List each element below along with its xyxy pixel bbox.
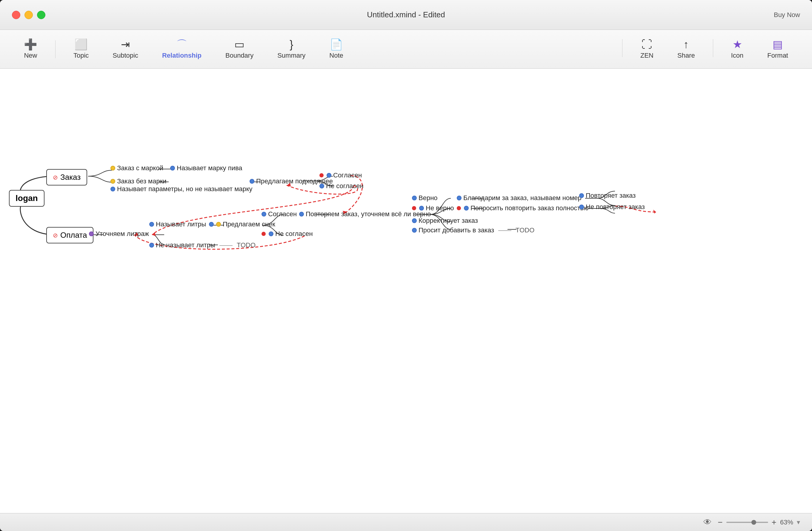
relationship-label: Relationship: [162, 52, 202, 59]
nazyvaet-parametry-node[interactable]: Называет параметры, но не называет марку: [111, 185, 252, 193]
zakaz-node[interactable]: ⊘ Заказ: [46, 169, 87, 185]
oplata-icon: ⊘: [53, 232, 58, 239]
oplata-node[interactable]: ⊘ Оплата: [46, 227, 93, 243]
app-window: Untitled.xmind - Edited Buy Now ➕ New ⬜ …: [0, 0, 812, 531]
nazyvaet-marku-node[interactable]: Называет марку пива: [170, 164, 242, 172]
share-label: Share: [677, 52, 695, 59]
topic-label: Topic: [73, 52, 89, 59]
dot-purple-1: [89, 231, 94, 236]
dot-yellow-2: [111, 179, 115, 184]
zoom-out-button[interactable]: −: [718, 518, 723, 527]
separator-1: [55, 40, 56, 58]
predlagaem-snek-node[interactable]: Предлагаем снек: [209, 220, 275, 228]
summary-icon: }: [290, 39, 293, 50]
dot-yellow-1: [111, 166, 115, 171]
close-button[interactable]: [12, 11, 20, 19]
ne-soglasen1-node[interactable]: Не согласен: [319, 182, 364, 190]
zen-icon: ⛶: [641, 39, 652, 50]
dot-blue-3: [250, 179, 255, 184]
prosit-node[interactable]: Просит добавить в заказ —— TODO: [412, 226, 534, 234]
zoom-slider[interactable]: [726, 522, 768, 523]
verno-node[interactable]: Верно: [412, 194, 438, 202]
format-label: Format: [767, 52, 788, 59]
dot-red-ne-verno: [412, 206, 416, 210]
ne-povtoryaet-node[interactable]: Не повторяет заказ: [579, 203, 645, 211]
eye-icon[interactable]: 👁: [704, 517, 712, 527]
new-button[interactable]: ➕ New: [12, 39, 49, 59]
new-label: New: [24, 52, 37, 59]
zoom-dropdown-icon[interactable]: ▾: [797, 518, 800, 526]
svg-marker-15: [151, 232, 156, 236]
dot-blue-2: [111, 187, 115, 191]
zen-label: ZEN: [640, 52, 653, 59]
dot-blue-blag: [457, 196, 462, 200]
dot-blue-ns2: [269, 231, 274, 236]
note-icon: 📄: [330, 39, 343, 50]
zakaz-s-markoy-node[interactable]: Заказ с маркой: [111, 164, 163, 172]
dot-blue-ne-litry: [149, 243, 154, 247]
summary-button[interactable]: } Summary: [265, 39, 317, 59]
titlebar: Untitled.xmind - Edited Buy Now: [0, 0, 812, 30]
dot-yellow-snek: [216, 222, 221, 227]
icon-label: Icon: [731, 52, 744, 59]
new-icon: ➕: [24, 39, 37, 50]
icon-button[interactable]: ★ Icon: [719, 39, 756, 59]
window-title: Untitled.xmind - Edited: [367, 10, 445, 19]
note-button[interactable]: 📄 Note: [317, 39, 355, 59]
dot-blue-s2: [261, 212, 266, 216]
root-node[interactable]: logan: [9, 190, 44, 207]
zoom-slider-thumb: [751, 520, 756, 525]
format-icon: ▤: [772, 39, 783, 50]
minimize-button[interactable]: [25, 11, 33, 19]
soglasen1-node[interactable]: Согласен: [319, 171, 362, 179]
root-label: logan: [16, 193, 38, 203]
toolbar: ➕ New ⬜ Topic ⇥ Subtopic ⌒ Relationship …: [0, 30, 812, 69]
canvas[interactable]: logan ⊘ Заказ ⊘ Оплата Заказ с маркой За…: [0, 69, 812, 513]
ne-nazyvaet-litry-node[interactable]: Не называет литры —— TODO: [149, 241, 256, 249]
dot-blue-prosit: [412, 228, 417, 233]
blagodarim-node[interactable]: Благодарим за заказ, называем номер: [457, 194, 581, 202]
oplata-label: Оплата: [60, 231, 87, 240]
maximize-button[interactable]: [37, 11, 45, 19]
zen-button[interactable]: ⛶ ZEN: [628, 39, 665, 59]
share-button[interactable]: ↑ Share: [665, 39, 707, 59]
statusbar: 👁 − + 63% ▾: [0, 513, 812, 531]
subtopic-label: Subtopic: [113, 52, 138, 59]
subtopic-icon: ⇥: [121, 39, 130, 50]
poprosit-node[interactable]: Попросить повторить заказ полностью: [457, 204, 589, 212]
relationship-icon: ⌒: [176, 39, 187, 50]
dot-blue-nv: [419, 206, 424, 211]
zakaz-bez-marki-node[interactable]: Заказ без марки: [111, 177, 166, 185]
boundary-button[interactable]: ▭ Boundary: [214, 39, 265, 59]
ne-verno-node[interactable]: Не верно: [412, 204, 454, 212]
share-icon: ↑: [683, 39, 689, 50]
ne-soglasen2-node[interactable]: Не согласен: [261, 230, 313, 238]
relationship-button[interactable]: ⌒ Relationship: [150, 39, 214, 59]
dot-blue-snek: [209, 222, 214, 227]
subtopic-button[interactable]: ⇥ Subtopic: [101, 39, 150, 59]
dot-blue-verno: [412, 196, 417, 200]
povtoryaet-node[interactable]: Повторяет заказ: [579, 192, 636, 200]
buy-now-button[interactable]: Buy Now: [774, 11, 800, 19]
dot-blue-pov: [299, 212, 304, 216]
nazyvaet-litry-node[interactable]: Называет литры: [149, 220, 206, 228]
povtoryaem-node[interactable]: Повторяем заказ, уточняем всё ли верно: [299, 210, 431, 218]
format-button[interactable]: ▤ Format: [755, 39, 800, 59]
zoom-in-button[interactable]: +: [772, 518, 777, 527]
todo2-label: TODO: [516, 226, 534, 234]
dot-red-1: [319, 173, 323, 177]
zakaz-label: Заказ: [60, 173, 81, 182]
utochnyaem-node[interactable]: Уточняем литраж: [89, 230, 149, 238]
dot-blue-pov2: [579, 193, 584, 198]
note-label: Note: [329, 52, 343, 59]
soglasen2-node[interactable]: Согласен: [261, 210, 297, 218]
summary-label: Summary: [277, 52, 305, 59]
dot-blue-korr: [412, 218, 417, 223]
dot-blue-1: [170, 166, 175, 171]
boundary-label: Boundary: [226, 52, 253, 59]
zoom-controls: − + 63% ▾: [718, 518, 800, 527]
topic-button[interactable]: ⬜ Topic: [61, 39, 101, 59]
icon-icon: ★: [733, 39, 742, 50]
korrektivuet-node[interactable]: Корректирует заказ: [412, 217, 478, 225]
zakaz-icon: ⊘: [53, 174, 58, 181]
